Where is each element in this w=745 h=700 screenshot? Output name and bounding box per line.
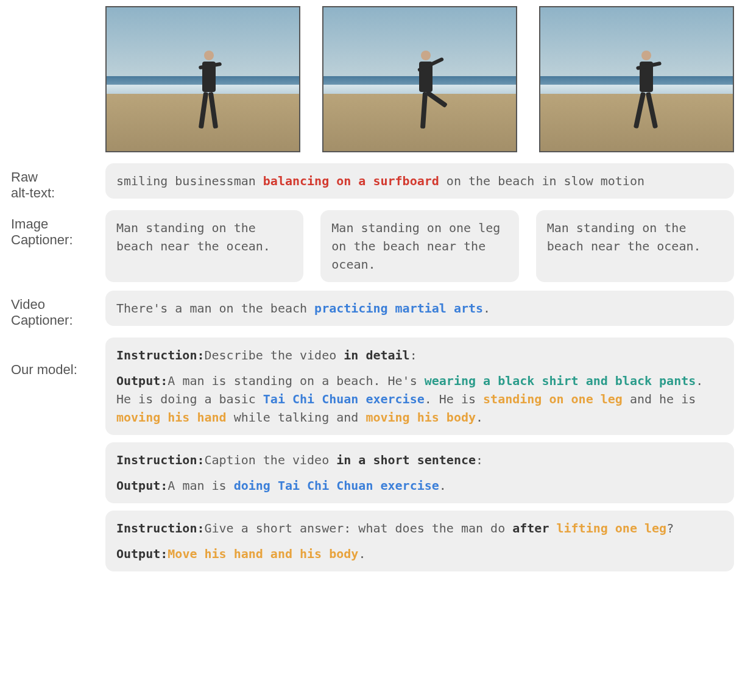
raw-alt-pre: smiling businessman <box>116 174 263 188</box>
output-segment: Tai Chi Chuan exercise <box>263 392 425 406</box>
label-our-model: Our model: <box>11 338 105 378</box>
output-segment: standing on one leg <box>483 392 623 406</box>
output-segment: moving his body <box>365 410 476 425</box>
output-segment: moving his hand <box>116 410 227 425</box>
instruction-post: : <box>476 453 483 467</box>
our-model-block-3: Instruction:Give a short answer: what do… <box>105 511 734 571</box>
instruction-bold: in a short sentence <box>336 453 476 467</box>
our-model-row: Our model: Instruction:Describe the vide… <box>11 338 734 571</box>
instruction-pre: Describe the video <box>205 348 344 362</box>
video-cap-post: . <box>483 301 490 316</box>
image-caption-1: Man standing on the beach near the ocean… <box>105 210 303 282</box>
output-segment: and he is <box>623 392 696 406</box>
our-model-block-1: Instruction:Describe the video in detail… <box>105 338 734 435</box>
instruction-line: Instruction:Give a short answer: what do… <box>116 519 723 537</box>
label-raw-alt: Raw alt-text: <box>11 163 105 202</box>
output-segment: doing Tai Chi Chuan exercise <box>234 478 439 493</box>
label-image-captioner: Image Captioner: <box>11 210 105 249</box>
raw-alt-post: on the beach in slow motion <box>439 174 644 188</box>
instruction-line: Instruction:Describe the video in detail… <box>116 346 723 364</box>
instruction-pre: Give a short answer: what does the man d… <box>205 521 513 536</box>
instruction-label: Instruction: <box>116 348 205 362</box>
video-frame-2 <box>322 6 517 152</box>
raw-alt-text-row: Raw alt-text: smiling businessman balanc… <box>11 163 734 202</box>
video-caption-bubble: There's a man on the beach practicing ma… <box>105 291 734 326</box>
output-segment: . <box>439 478 447 493</box>
instruction-bold: after <box>512 521 549 536</box>
image-caption-3: Man standing on the beach near the ocean… <box>536 210 734 282</box>
raw-alt-highlight: balancing on a surfboard <box>263 174 439 188</box>
output-line: Output:Move his hand and his body. <box>116 545 723 563</box>
video-cap-pre: There's a man on the beach <box>116 301 314 316</box>
output-segment: A man is standing on a beach. He's <box>168 373 424 388</box>
instruction-pre: Caption the video <box>205 453 337 467</box>
image-captioner-row: Image Captioner: Man standing on the bea… <box>11 210 734 282</box>
output-segment: . <box>476 410 483 425</box>
raw-alt-text-bubble: smiling businessman balancing on a surfb… <box>105 163 734 199</box>
video-frame-1 <box>105 6 300 152</box>
instruction-post: : <box>410 348 417 362</box>
output-label: Output: <box>116 546 168 561</box>
output-segment: while talking and <box>227 410 366 425</box>
instruction-bold: in detail <box>344 348 409 362</box>
output-segment: . He is <box>425 392 483 406</box>
instruction-label: Instruction: <box>116 521 205 536</box>
output-line: Output:A man is standing on a beach. He'… <box>116 372 723 426</box>
output-segment: Move his hand and his body <box>168 546 358 561</box>
video-cap-highlight: practicing martial arts <box>314 301 483 316</box>
image-caption-2: Man standing on one leg on the beach nea… <box>320 210 518 282</box>
output-segment: A man is <box>168 478 233 493</box>
output-segment: . <box>358 546 365 561</box>
video-frames-row <box>105 6 734 152</box>
output-label: Output: <box>116 478 168 493</box>
instruction-label: Instruction: <box>116 453 205 467</box>
video-captioner-row: Video Captioner: There's a man on the be… <box>11 291 734 329</box>
label-video-captioner: Video Captioner: <box>11 291 105 329</box>
output-label: Output: <box>116 373 168 388</box>
instruction-segment <box>549 521 556 536</box>
instruction-segment: ? <box>666 521 674 536</box>
video-frame-3 <box>539 6 734 152</box>
our-model-block-2: Instruction:Caption the video in a short… <box>105 442 734 503</box>
instruction-segment: lifting one leg <box>557 521 667 536</box>
output-segment: wearing a black shirt and black pants <box>425 373 696 388</box>
output-line: Output:A man is doing Tai Chi Chuan exer… <box>116 476 723 495</box>
instruction-line: Instruction:Caption the video in a short… <box>116 451 723 469</box>
